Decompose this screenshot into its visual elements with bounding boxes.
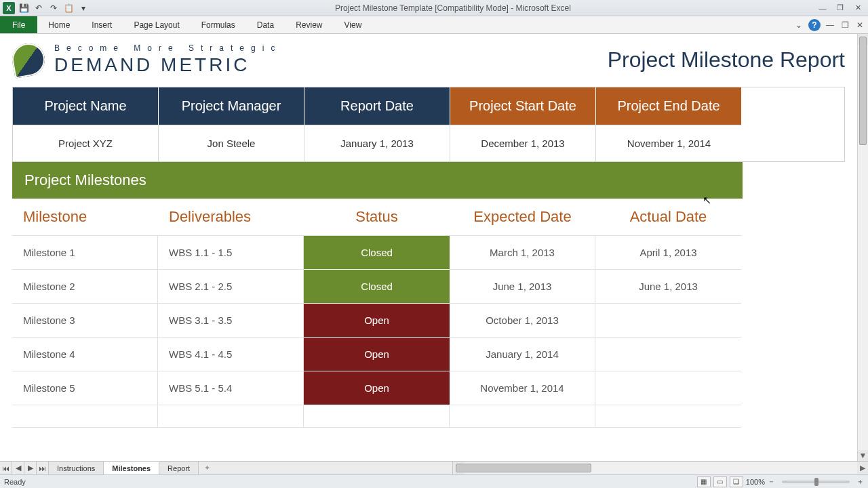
tab-insert[interactable]: Insert [81, 16, 123, 33]
table-cell[interactable]: Milestone 5 [12, 371, 158, 405]
table-cell[interactable]: WBS 1.1 - 1.5 [158, 236, 304, 270]
header-start-date: Project Start Date [450, 87, 596, 125]
table-cell[interactable] [595, 405, 741, 428]
cell-end-date[interactable]: November 1, 2014 [596, 125, 742, 161]
status-bar: Ready ▦ ▭ ❏ 100% － ＋ [0, 474, 868, 488]
logo-name: DEMAND METRIC [54, 54, 281, 76]
ribbon-minimize-icon[interactable]: ⌄ [793, 20, 804, 30]
header-project-manager: Project Manager [159, 87, 304, 125]
logo-mark-icon [9, 41, 47, 79]
workbook-restore-icon[interactable]: ❐ [840, 20, 850, 30]
qat-dropdown-icon[interactable]: ▾ [77, 2, 90, 14]
table-cell[interactable]: October 1, 2013 [450, 304, 595, 338]
status-cell[interactable]: Open [304, 304, 450, 338]
col-status: Status [304, 199, 450, 236]
status-cell[interactable]: Closed [304, 236, 450, 270]
table-cell[interactable]: June 1, 2013 [595, 270, 741, 304]
table-cell[interactable]: June 1, 2013 [450, 270, 595, 304]
next-sheet-icon[interactable]: ▶ [24, 462, 37, 474]
zoom-out-icon[interactable]: － [768, 476, 775, 487]
status-cell[interactable]: Open [304, 338, 450, 371]
worksheet-area[interactable]: Become More Strategic DEMAND METRIC Proj… [0, 34, 857, 461]
col-deliverables: Deliverables [158, 199, 304, 236]
tab-view[interactable]: View [334, 16, 373, 33]
tab-formulas[interactable]: Formulas [191, 16, 246, 33]
cell-start-date[interactable]: December 1, 2013 [450, 125, 596, 161]
vertical-scrollbar[interactable]: ▲ ▼ [857, 34, 868, 461]
table-cell[interactable]: WBS 3.1 - 3.5 [158, 304, 304, 338]
ribbon-tabs: File Home Insert Page Layout Formulas Da… [0, 16, 868, 34]
paste-icon[interactable]: 📋 [62, 2, 75, 14]
horizontal-scrollbar[interactable]: ◀ ▶ [452, 462, 868, 474]
redo-icon[interactable]: ↷ [47, 2, 60, 14]
tab-page-layout[interactable]: Page Layout [123, 16, 190, 33]
window-title: Project Milestone Template [Compatibilit… [90, 3, 816, 13]
view-page-layout-icon[interactable]: ▭ [713, 476, 727, 487]
sheet-tab-instructions[interactable]: Instructions [49, 462, 104, 474]
tab-home[interactable]: Home [37, 16, 81, 33]
table-cell[interactable]: March 1, 2013 [450, 236, 595, 270]
help-icon[interactable]: ? [808, 19, 821, 31]
table-cell[interactable] [595, 371, 741, 405]
table-cell[interactable]: November 1, 2014 [450, 371, 595, 405]
table-cell[interactable]: Milestone 3 [12, 304, 158, 338]
table-cell[interactable]: WBS 4.1 - 4.5 [158, 338, 304, 371]
table-cell[interactable]: Milestone 4 [12, 338, 158, 371]
table-cell[interactable]: January 1, 2014 [450, 338, 595, 371]
table-cell[interactable] [450, 405, 595, 428]
tab-data[interactable]: Data [246, 16, 285, 33]
save-icon[interactable]: 💾 [18, 2, 30, 14]
milestones-table: Milestone Deliverables Status Expected D… [12, 199, 743, 428]
table-cell[interactable] [595, 304, 741, 338]
header-end-date: Project End Date [596, 87, 742, 125]
scroll-right-icon[interactable]: ▶ [857, 462, 868, 474]
table-cell[interactable] [12, 405, 158, 428]
table-cell[interactable]: WBS 2.1 - 2.5 [158, 270, 304, 304]
zoom-slider-thumb[interactable] [814, 478, 818, 486]
undo-icon[interactable]: ↶ [33, 2, 45, 14]
table-cell[interactable]: April 1, 2013 [595, 236, 741, 270]
table-cell[interactable]: Milestone 1 [12, 236, 158, 270]
col-expected: Expected Date [450, 199, 595, 236]
prev-sheet-icon[interactable]: ◀ [12, 462, 24, 474]
cell-project-name[interactable]: Project XYZ [13, 125, 159, 161]
tab-file[interactable]: File [0, 16, 37, 33]
view-page-break-icon[interactable]: ❏ [730, 476, 743, 487]
table-cell[interactable]: WBS 5.1 - 5.4 [158, 371, 304, 405]
status-cell[interactable]: Open [304, 371, 450, 405]
status-cell[interactable]: Closed [304, 270, 450, 304]
vertical-scroll-thumb[interactable] [859, 37, 867, 145]
workbook-minimize-icon[interactable]: — [825, 20, 835, 30]
sheet-tabs-bar: ⏮ ◀ ▶ ⏭ Instructions Milestones Report ✦… [0, 461, 868, 474]
status-text: Ready [4, 478, 26, 486]
table-cell[interactable]: Milestone 2 [12, 270, 158, 304]
table-cell[interactable] [304, 405, 450, 428]
zoom-slider[interactable] [782, 481, 850, 483]
view-normal-icon[interactable]: ▦ [697, 476, 711, 487]
insert-sheet-icon[interactable]: ✦ [199, 462, 215, 474]
zoom-in-icon[interactable]: ＋ [856, 476, 864, 487]
horizontal-scroll-thumb[interactable] [456, 464, 591, 472]
quick-access-toolbar: X 💾 ↶ ↷ 📋 ▾ [3, 2, 90, 14]
cell-project-manager[interactable]: Jon Steele [159, 125, 304, 161]
col-actual: Actual Date [595, 199, 741, 236]
close-button[interactable]: ✕ [852, 3, 864, 14]
last-sheet-icon[interactable]: ⏭ [37, 462, 49, 474]
project-info-table: Project Name Project Manager Report Date… [12, 87, 845, 162]
table-cell[interactable] [158, 405, 304, 428]
tab-review[interactable]: Review [285, 16, 333, 33]
sheet-tab-report[interactable]: Report [159, 462, 199, 474]
logo-tagline: Become More Strategic [54, 43, 281, 53]
table-cell[interactable] [595, 338, 741, 371]
restore-button[interactable]: ❐ [834, 3, 846, 14]
header-project-name: Project Name [13, 87, 159, 125]
section-milestones-title: Project Milestones [12, 162, 743, 199]
sheet-tab-milestones[interactable]: Milestones [104, 462, 159, 474]
first-sheet-icon[interactable]: ⏮ [0, 462, 12, 474]
header-report-date: Report Date [304, 87, 450, 125]
minimize-button[interactable]: — [816, 3, 829, 14]
logo: Become More Strategic DEMAND METRIC [12, 43, 281, 76]
cell-report-date[interactable]: January 1, 2013 [304, 125, 450, 161]
workbook-close-icon[interactable]: ✕ [854, 20, 865, 30]
scroll-down-icon[interactable]: ▼ [858, 450, 868, 461]
